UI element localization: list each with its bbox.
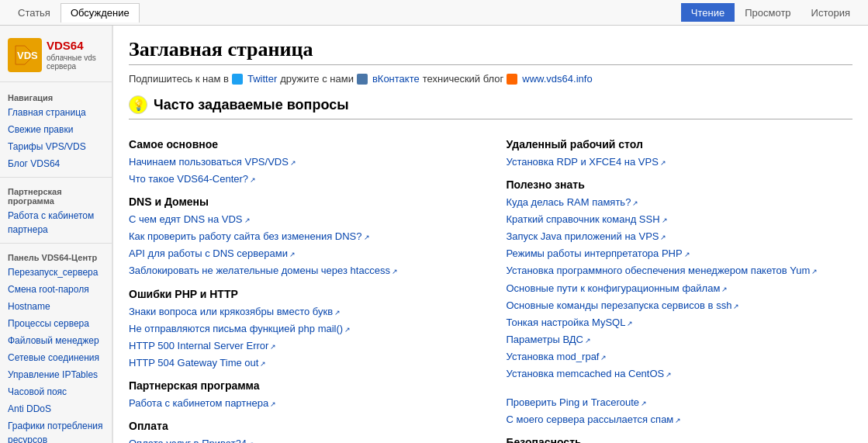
- link-block-domains[interactable]: Заблокировать не желательные домены чере…: [129, 262, 475, 279]
- logo-box: VDS VDS64 облачные vds сервера: [8, 38, 104, 72]
- faq-icon: 💡: [129, 95, 147, 114]
- tab-history[interactable]: История: [801, 3, 860, 22]
- link-ssh-commands[interactable]: Краткий справочник команд SSH: [507, 211, 853, 228]
- sidebar-item-changes[interactable]: Свежие правки: [0, 121, 112, 138]
- sidebar-item-graphs[interactable]: Графики потребления ресурсов: [0, 417, 112, 443]
- link-dns-vds[interactable]: С чем едят DNS на VDS: [129, 211, 475, 228]
- sidebar-item-partner[interactable]: Работа с кабинетом партнера: [0, 207, 112, 238]
- page-title: Заглавная страница: [129, 38, 852, 65]
- sidebar-item-processes[interactable]: Процессы сервера: [0, 315, 112, 332]
- vk-icon: [357, 74, 368, 85]
- friends-text: дружите с нами: [280, 73, 354, 85]
- link-java-vps[interactable]: Запуск Java приложений на VPS: [507, 228, 853, 245]
- link-php-modes[interactable]: Режимы работы интерпретатора PHP: [507, 245, 853, 262]
- tab-discussion[interactable]: Обсуждение: [61, 3, 140, 22]
- logo-text: VDS64: [47, 40, 104, 53]
- link-ping-traceroute[interactable]: Проверить Ping и Traceroute: [507, 394, 853, 411]
- tab-read[interactable]: Чтение: [681, 3, 735, 22]
- sidebar-divider-1: [0, 177, 112, 178]
- tab-view[interactable]: Просмотр: [735, 3, 801, 22]
- partner-section-title: Партнерская программа: [0, 182, 112, 207]
- sidebar-item-filemanager[interactable]: Файловый менеджер: [0, 332, 112, 349]
- link-dns-api[interactable]: API для работы с DNS серверами: [129, 245, 475, 262]
- link-config-paths[interactable]: Основные пути к конфигурационным файлам: [507, 280, 853, 297]
- sidebar-item-hostname[interactable]: Hostname: [0, 298, 112, 315]
- link-mod-rpaf[interactable]: Установка mod_rpaf: [507, 348, 853, 365]
- vk-link[interactable]: вКонтакте: [372, 73, 420, 85]
- logo-subtitle: облачные vds сервера: [47, 54, 104, 71]
- svg-text:VDS: VDS: [17, 50, 37, 61]
- section-heading-basic: Самое основное: [129, 138, 475, 151]
- link-mysql-tune[interactable]: Тонкая настройка MySQL: [507, 314, 853, 331]
- main-grid: Самое основное Начинаем пользоваться VPS…: [129, 130, 852, 443]
- site-link[interactable]: www.vds64.info: [522, 73, 592, 85]
- link-spam-server[interactable]: С моего сервера рассылается спам: [507, 411, 853, 428]
- link-yum[interactable]: Установка программного обеспечения менед…: [507, 262, 853, 279]
- sidebar-item-rootpass[interactable]: Смена root-пароля: [0, 281, 112, 298]
- section-heading-security: Безопасность: [507, 436, 853, 443]
- sidebar-item-iptables[interactable]: Управление IPTables: [0, 366, 112, 383]
- link-memcached[interactable]: Установка memcached на CentOS: [507, 365, 853, 382]
- section-heading-partner: Партнерская программа: [129, 379, 475, 392]
- rss-icon: [507, 74, 517, 85]
- sidebar-item-home[interactable]: Главная страница: [0, 104, 112, 121]
- top-bar: Статья Обсуждение Чтение Просмотр Истори…: [0, 0, 868, 26]
- sidebar-item-tariffs[interactable]: Тарифы VPS/VDS: [0, 138, 112, 155]
- subscribe-bar: Подпишитесь к нам в Twitter дружите с на…: [129, 73, 852, 85]
- sidebar: VDS VDS64 облачные vds сервера Навигация…: [0, 26, 112, 443]
- left-column: Самое основное Начинаем пользоваться VPS…: [129, 130, 475, 443]
- right-column: Удаленный рабочий стол Установка RDP и X…: [507, 130, 853, 443]
- section-heading-payment: Оплата: [129, 420, 475, 432]
- sidebar-item-antiddos[interactable]: Anti DDоS: [0, 400, 112, 417]
- section-heading-useful: Полезно знать: [507, 178, 853, 191]
- nav-section-title: Навигация: [0, 88, 112, 104]
- faq-title: Часто задаваемые вопросы: [154, 97, 349, 113]
- link-restart-services[interactable]: Основные команды перезапуска сервисов в …: [507, 297, 853, 314]
- subscribe-text: Подпишитесь к нам в: [129, 73, 229, 85]
- twitter-icon: [232, 74, 243, 85]
- top-tabs: Статья Обсуждение: [8, 3, 140, 22]
- link-http500[interactable]: HTTP 500 Internal Server Error: [129, 337, 475, 355]
- main-content: Заглавная страница Подпишитесь к нам в T…: [112, 26, 868, 443]
- logo-icon: VDS: [8, 38, 42, 72]
- sidebar-item-network[interactable]: Сетевые соединения: [0, 349, 112, 366]
- sidebar-item-restart[interactable]: Перезапуск_сервера: [0, 264, 112, 281]
- link-mail-not-sent[interactable]: Не отправляются письма функцией php mail…: [129, 320, 475, 337]
- section-heading-remote: Удаленный рабочий стол: [507, 138, 853, 151]
- link-partner-cabinet[interactable]: Работа с кабинетом партнера: [129, 395, 475, 412]
- link-what-vds64[interactable]: Что такое VDS64-Center?: [129, 171, 475, 188]
- link-http504[interactable]: HTTP 504 Gateway Time out: [129, 355, 475, 372]
- link-start-vps[interactable]: Начинаем пользоваться VPS/VDS: [129, 154, 475, 171]
- blog-label-text: технический блог: [423, 73, 504, 85]
- link-rdp-xfce4[interactable]: Установка RDP и XFCE4 на VPS: [507, 154, 853, 171]
- link-ram[interactable]: Куда делась RAM память?: [507, 194, 853, 211]
- sidebar-item-blog[interactable]: Блог VDS64: [0, 155, 112, 172]
- logo-text-area: VDS64 облачные vds сервера: [47, 40, 104, 71]
- faq-header: 💡 Часто задаваемые вопросы: [129, 95, 852, 119]
- section-heading-php-http: Ошибки PHP и HTTP: [129, 288, 475, 300]
- logo-area: VDS VDS64 облачные vds сервера: [0, 32, 112, 82]
- link-check-site-no-dns[interactable]: Как проверить работу сайта без изменения…: [129, 228, 475, 245]
- tab-article[interactable]: Статья: [8, 3, 61, 22]
- sidebar-divider-2: [0, 243, 112, 244]
- link-privat24[interactable]: Оплата услуг в Приват24: [129, 435, 475, 443]
- twitter-link[interactable]: Twitter: [247, 73, 277, 85]
- section-heading-dns: DNS и Домены: [129, 196, 475, 208]
- layout: VDS VDS64 облачные vds сервера Навигация…: [0, 26, 868, 443]
- panel-section-title: Панель VDS64-Центр: [0, 248, 112, 264]
- sidebar-item-timezone[interactable]: Часовой пояс: [0, 383, 112, 400]
- link-vds-params[interactable]: Параметры ВДС: [507, 331, 853, 348]
- action-tabs: Чтение Просмотр История: [681, 3, 860, 22]
- link-encoding[interactable]: Знаки вопроса или крякозябры вместо букв: [129, 303, 475, 320]
